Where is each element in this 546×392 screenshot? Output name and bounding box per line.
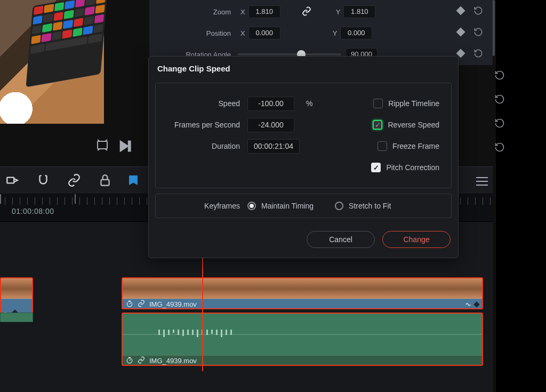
link-icon[interactable]: [302, 6, 311, 18]
duration-input[interactable]: 00:00:21:04: [247, 139, 300, 154]
reset-icon[interactable]: [473, 27, 483, 37]
zoom-x-input[interactable]: 1.810: [248, 5, 280, 18]
reset-icon[interactable]: [492, 63, 508, 87]
svg-rect-3: [101, 180, 109, 186]
change-clip-speed-dialog: Change Clip Speed Speed -100.00 % Ripple…: [148, 56, 459, 258]
pos-y-input[interactable]: 0.000: [340, 27, 372, 39]
link-icon: [138, 356, 145, 365]
audio-clip[interactable]: IMG_4939.mov: [122, 313, 483, 366]
fps-label: Frames per Second: [167, 121, 247, 129]
inspector-panel: Zoom X 1.810 Y 1.810 Position X 0.000 Y …: [149, 0, 493, 65]
dialog-title: Change Clip Speed: [149, 57, 458, 81]
fps-input[interactable]: -24.000: [247, 118, 294, 132]
position-label: Position: [149, 29, 237, 37]
reset-icon[interactable]: [492, 111, 508, 135]
change-button[interactable]: Change: [382, 231, 451, 248]
duration-label: Duration: [167, 142, 247, 150]
keyframe-diamond-icon[interactable]: [456, 28, 465, 37]
speed-icon: [126, 356, 133, 365]
pitch-correction-checkbox[interactable]: [371, 163, 381, 172]
rotation-slider[interactable]: [237, 53, 341, 55]
viewer-preview: [0, 0, 104, 124]
clip-name: IMG_4939.mov: [149, 357, 197, 365]
video-clip[interactable]: [0, 277, 33, 309]
reset-icon[interactable]: [473, 6, 483, 15]
reverse-speed-checkbox[interactable]: [373, 120, 382, 130]
clip-name: IMG_4939.mov: [149, 300, 197, 308]
ruler-timecode: 01:00:08:00: [12, 207, 54, 215]
zoom-label: Zoom: [149, 8, 237, 16]
menu-icon[interactable]: [471, 171, 493, 192]
skip-forward-icon[interactable]: [117, 139, 132, 151]
svg-rect-1: [129, 141, 131, 151]
link-icon: [138, 300, 145, 309]
reset-icon[interactable]: [473, 49, 483, 58]
audio-clip[interactable]: [0, 313, 33, 322]
marker-icon[interactable]: [129, 175, 138, 185]
maintain-timing-radio[interactable]: [247, 202, 256, 210]
snap-icon[interactable]: [36, 173, 50, 187]
reset-icon[interactable]: [492, 135, 508, 159]
speed-input[interactable]: -100.00: [247, 97, 294, 111]
pos-x-input[interactable]: 0.000: [248, 27, 280, 39]
freeze-frame-checkbox[interactable]: [378, 141, 387, 151]
reset-icon[interactable]: [492, 87, 508, 111]
ripple-timeline-checkbox[interactable]: [373, 99, 383, 108]
speed-icon: [126, 300, 133, 309]
cancel-button[interactable]: Cancel: [307, 231, 375, 248]
link-icon[interactable]: [67, 173, 81, 187]
speed-label: Speed: [167, 99, 247, 108]
keyframes-label: Keyframes: [167, 202, 247, 210]
lock-icon[interactable]: [98, 173, 112, 187]
video-clip[interactable]: IMG_4939.mov: [122, 277, 483, 309]
stretch-to-fit-radio[interactable]: [335, 202, 343, 210]
svg-rect-2: [7, 178, 14, 183]
keyframe-diamond-icon[interactable]: [456, 6, 465, 15]
match-frame-icon[interactable]: [96, 139, 111, 151]
zoom-y-input[interactable]: 1.810: [343, 5, 375, 18]
selection-tool[interactable]: [5, 173, 19, 187]
svg-rect-0: [98, 141, 107, 149]
